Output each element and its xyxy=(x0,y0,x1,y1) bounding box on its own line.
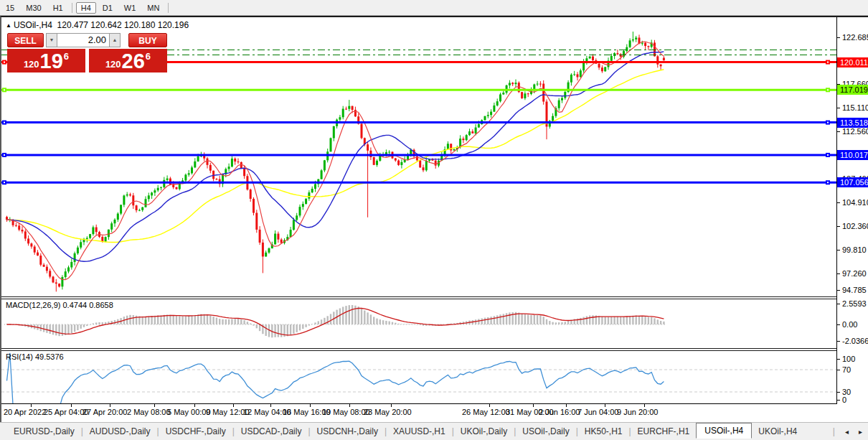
price-tick-label: 99.810 xyxy=(842,245,867,255)
timeframe-button-m30[interactable]: M30 xyxy=(21,2,46,14)
rsi-line xyxy=(7,353,664,403)
symbol-tabs-bar: EURUSD-,Daily|AUDUSD-,Daily|USDCHF-,Dail… xyxy=(0,422,868,440)
tab-scroll-arrows: |◂▸ xyxy=(833,426,862,436)
chart-title: ▲USOil-,H4 120.477 120.642 120.180 120.1… xyxy=(6,20,189,30)
tab-usoil-daily[interactable]: USOil-,Daily xyxy=(516,424,575,439)
buy-price-main: 26 xyxy=(122,51,145,72)
price-line-badge-110.017: 110.017 xyxy=(837,150,868,160)
price-tick-mark xyxy=(837,37,840,38)
macd-scale-tick xyxy=(837,324,840,325)
price-chart-pane: ▲USOil-,H4 120.477 120.642 120.180 120.1… xyxy=(1,19,836,296)
buy-button[interactable]: BUY xyxy=(128,33,167,47)
price-line-badge-120.011: 120.011 xyxy=(837,57,868,67)
timeframe-button-w1[interactable]: W1 xyxy=(119,2,141,14)
timeframe-button-d1[interactable]: D1 xyxy=(98,2,118,14)
tab-scroll-right-icon[interactable]: ▸ xyxy=(859,428,862,436)
line-handle-dot xyxy=(4,62,5,63)
macd-pane: MACD(12,26,9) 0.4744 0.8658 xyxy=(1,299,836,348)
sell-price-big: 120 xyxy=(24,59,39,70)
tab-usdcad-daily[interactable]: USDCAD-,Daily xyxy=(235,424,308,439)
tab-ukoil-daily[interactable]: UKOil-,Daily xyxy=(454,424,514,439)
line-handle-dot xyxy=(4,154,5,156)
rsi-canvas xyxy=(1,351,836,403)
time-tick-mark xyxy=(233,404,234,407)
time-axis: 20 Apr 202225 Apr 04:0027 Apr 20:002 May… xyxy=(1,404,868,421)
rsi-label: RSI(14) 49.5376 xyxy=(6,352,64,361)
volume-increase-button[interactable]: ▲ xyxy=(109,33,121,47)
price-tick-mark xyxy=(837,108,840,108)
time-tick-mark xyxy=(644,404,645,407)
macd-canvas xyxy=(1,299,836,348)
rsi-scale-label: 0 xyxy=(842,395,846,405)
sell-price-display[interactable]: 120196 xyxy=(7,49,85,72)
macd-scale-tick xyxy=(837,341,840,342)
toolbar-divider xyxy=(168,3,169,13)
time-tick-mark xyxy=(31,404,32,407)
timeframe-button-h1[interactable]: H1 xyxy=(48,2,68,14)
price-tick-label: 102.360 xyxy=(842,221,868,231)
volume-input[interactable]: 2.00 xyxy=(57,33,109,47)
time-tick-label: 23 May 20:00 xyxy=(364,408,412,416)
price-tick-mark xyxy=(837,250,840,251)
price-tick-label: 94.785 xyxy=(842,285,867,295)
time-tick-mark xyxy=(310,404,311,407)
price-axis: 122.685117.660115.110112.560107.460104.9… xyxy=(836,17,868,404)
chart-symbol-label: USOil-,H4 xyxy=(14,20,52,30)
tab-eurchf-h1[interactable]: EURCHF-,H1 xyxy=(631,424,697,439)
price-tick-label: 112.560 xyxy=(842,126,868,136)
tab-usdcnh-daily[interactable]: USDCNH-,Daily xyxy=(311,424,385,439)
tab-eurusd-daily[interactable]: EURUSD-,Daily xyxy=(7,424,81,439)
tab-usoil-h4[interactable]: USOil-,H4 xyxy=(696,423,752,439)
buy-price-sup: 6 xyxy=(146,51,151,62)
rsi-scale-tick xyxy=(837,359,840,360)
line-handle-dot xyxy=(4,122,5,123)
time-tick-mark xyxy=(391,404,392,407)
buy-price-display[interactable]: 120266 xyxy=(89,49,167,72)
macd-signal-line xyxy=(7,309,664,335)
time-tick-label: 27 Apr 20:00 xyxy=(82,408,127,416)
ma-mid-line xyxy=(7,52,664,261)
time-tick-mark xyxy=(110,404,110,407)
one-click-trade-panel: SELL ▼ 2.00 ▲ BUY 120196 120266 xyxy=(7,33,167,72)
price-tick-label: 104.910 xyxy=(842,197,868,207)
timeframe-toolbar: 15M30H1H4D1W1MN xyxy=(0,0,868,16)
line-handle-dot xyxy=(827,154,829,156)
rsi-pane: RSI(14) 49.5376 xyxy=(1,351,836,403)
price-line-badge-107.056: 107.056 xyxy=(837,177,868,187)
time-tick-mark xyxy=(533,404,534,407)
rsi-scale-label: 100 xyxy=(842,354,855,364)
price-tick-label: 122.685 xyxy=(842,32,868,42)
line-handle-dot xyxy=(827,89,829,90)
line-handle-dot xyxy=(4,89,5,90)
tab-ukoil-h4[interactable]: UKOil-,H4 xyxy=(752,424,803,439)
timeframe-button-h4[interactable]: H4 xyxy=(76,2,96,14)
sell-price-sup: 6 xyxy=(64,51,69,62)
tab-usdchf-daily[interactable]: USDCHF-,Daily xyxy=(159,424,232,439)
time-tick-mark xyxy=(71,404,72,407)
macd-histogram xyxy=(6,305,664,337)
time-tick-label: 2 May 08:00 xyxy=(127,408,171,416)
time-tick-mark xyxy=(489,404,490,407)
tab-audusd-daily[interactable]: AUDUSD-,Daily xyxy=(83,424,157,439)
line-handle-dot xyxy=(827,122,829,123)
rsi-scale-tick xyxy=(837,400,840,401)
sell-price-main: 19 xyxy=(40,51,63,72)
collapse-triangle-icon[interactable]: ▲ xyxy=(6,22,11,29)
price-tick-mark xyxy=(837,131,840,132)
volume-decrease-button[interactable]: ▼ xyxy=(46,33,57,47)
time-tick-label: 2 Jun 16:00 xyxy=(539,408,580,416)
sell-button[interactable]: SELL xyxy=(7,33,44,47)
trading-platform: 15M30H1H4D1W1MN ▲USOil-,H4 120.477 120.6… xyxy=(0,0,868,440)
timeframe-button-15[interactable]: 15 xyxy=(1,2,19,14)
ma-fast-line xyxy=(7,42,664,280)
tab-hk50-h1[interactable]: HK50-,H1 xyxy=(578,424,629,439)
timeframe-button-mn[interactable]: MN xyxy=(142,2,164,14)
line-handle-dot xyxy=(827,182,829,183)
tab-xauusd-h1[interactable]: XAUUSD-,H1 xyxy=(387,424,452,439)
time-tick-label: 9 Jun 20:00 xyxy=(617,408,659,416)
rsi-scale-tick xyxy=(837,392,840,393)
price-tick-mark xyxy=(837,273,840,274)
toolbar-divider xyxy=(72,3,72,13)
tab-scroll-left-icon[interactable]: ◂ xyxy=(845,428,849,436)
chart-window: ▲USOil-,H4 120.477 120.642 120.180 120.1… xyxy=(0,16,868,422)
